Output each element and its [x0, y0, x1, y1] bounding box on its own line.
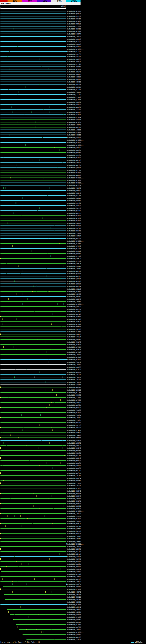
hit-row[interactable]: UniRef100_A8W4E5 — [0, 73, 146, 76]
hit-row[interactable]: UniRef100_Q271E0 — [0, 255, 146, 258]
hit-row[interactable]: UniRef100_C5DH12 — [0, 402, 146, 404]
hit-row[interactable]: UniRef100_B5DGW6 — [0, 200, 146, 202]
hit-row[interactable]: UniRef100_B4QN34 — [0, 234, 146, 237]
hit-row[interactable]: UniRef100_C3CLR3 — [0, 341, 146, 343]
hit-row[interactable]: UniRef100_B0Y3E2 — [0, 470, 146, 472]
hit-row[interactable]: UniRef100_B4KC66 — [0, 134, 146, 136]
hit-row[interactable]: UniRef100_UP1000... — [0, 156, 146, 159]
hit-row[interactable]: UniRef100_B6TGT0 — [0, 30, 146, 33]
hit-row[interactable]: UniRef100_A4I8H1 — [0, 638, 146, 641]
hit-row[interactable]: UniRef100_UP1000... — [0, 139, 146, 142]
hit-row[interactable]: UniRef100_A6YM75 — [0, 320, 146, 323]
hit-row[interactable]: UniRef100_A0D4W4 — [0, 553, 146, 555]
hit-row[interactable]: UniRef100_Q5M6L3 — [0, 333, 146, 336]
hit-row[interactable]: UniRef100_Q8FPN7 — [0, 371, 146, 374]
hit-row[interactable]: UniRef100_Q29F48 — [0, 131, 146, 134]
hit-row[interactable]: UniRef100_B4F1S6 — [0, 56, 146, 58]
hit-row[interactable]: UniRef100_B6QB30 — [0, 462, 146, 464]
hit-row[interactable]: UniRef100_C1BKP9 — [0, 187, 146, 190]
hit-row[interactable]: UniRef100_A8P3B7 — [0, 472, 146, 474]
hit-row[interactable]: UniRef100_Q9V3G1 — [0, 237, 146, 240]
hit-row[interactable]: UniRef100_C1EE87 — [0, 76, 146, 78]
hit-row[interactable]: UniRef100_Q4U1P3 — [0, 578, 146, 580]
hit-row[interactable]: UniRef100_Q6Y2Q4 — [0, 184, 146, 187]
hit-row[interactable]: UniRef100_Q6PBF6 — [0, 111, 146, 114]
hit-row[interactable]: UniRef100_Q16HC7 — [0, 146, 146, 149]
hit-row[interactable]: UniRef100_UP1000... — [0, 303, 146, 306]
hit-row[interactable]: UniRef100_A7QDZ9 — [0, 36, 146, 38]
hit-row[interactable]: UniRef100_A8Q3Q4 — [0, 404, 146, 406]
hit-row[interactable]: UniRef100_B2B5Y1 — [0, 525, 146, 528]
hit-row[interactable]: UniRef100_A4FD16 — [0, 128, 146, 131]
hit-row[interactable]: UniRef100_A9ZVN6 — [0, 242, 146, 245]
hit-row[interactable]: UniRef100_B8SK07 — [0, 20, 146, 22]
hit-row[interactable]: UniRef100_B4F9R4 — [0, 33, 146, 35]
hit-row[interactable]: UniRef100_B3L659 — [0, 570, 146, 573]
hit-row[interactable]: UniRef100_Q6AT16 — [0, 210, 146, 212]
hit-row[interactable]: UniRef100_Q4QIC3 — [0, 636, 146, 638]
hit-row[interactable]: UniRef100_P05736 — [0, 394, 146, 396]
hit-row[interactable]: UniRef100_B5X354 — [0, 194, 146, 197]
hit-row[interactable]: UniRef100_Q6ED36 — [0, 467, 146, 470]
hit-row[interactable]: UniRef100_B6QS47 — [0, 495, 146, 497]
hit-row[interactable]: UniRef100_UP1000... — [0, 518, 146, 520]
hit-row[interactable]: UniRef100_B5KFK9 — [0, 222, 146, 224]
hit-row[interactable]: UniRef100_UP1000... — [0, 144, 146, 146]
hit-row[interactable]: UniRef100_Q6CQM4 — [0, 449, 146, 452]
hit-row[interactable]: UniRef100_B9WMB1 — [0, 326, 146, 328]
hit-row[interactable]: UniRef100_B9SGP5 — [0, 560, 146, 563]
hit-row[interactable]: UniRef100_A6USP2 — [0, 442, 146, 444]
hit-row[interactable]: UniRef100_Q4Q1L3 — [0, 159, 146, 162]
hit-row[interactable]: UniRef100_A9PCT0 — [0, 66, 146, 68]
hit-row[interactable]: UniRef100_A4HHX1 — [0, 606, 146, 608]
hit-row[interactable]: UniRef100_C0PQV0 — [0, 104, 146, 106]
hit-row[interactable]: UniRef100_B6Q247 — [0, 386, 146, 388]
hit-row[interactable]: UniRef100_B2WNT2 — [0, 505, 146, 508]
hit-row[interactable]: UniRef100_A4R955 — [0, 497, 146, 500]
hit-row[interactable]: UniRef100_A6YM74 — [0, 348, 146, 351]
hit-row[interactable]: UniRef100_B2ZXL2 — [0, 250, 146, 252]
hit-row[interactable]: UniRef100_B0VZP3 — [0, 280, 146, 282]
hit-row[interactable]: UniRef100_Q4GYL4 — [0, 285, 146, 288]
hit-row[interactable]: UniRef100_C4JUG5 — [0, 487, 146, 490]
hit-row[interactable]: UniRef100_C3KHN2 — [0, 538, 146, 540]
hit-row[interactable]: UniRef100_Q75WF7 — [0, 429, 146, 432]
hit-row[interactable]: UniRef100_A6YM77 — [0, 346, 146, 348]
hit-row[interactable]: UniRef100_Q42064 — [0, 98, 146, 101]
hit-row[interactable]: UniRef100_P13023 — [0, 368, 146, 371]
hit-row[interactable]: UniRef100_C5FNI8 — [0, 535, 146, 538]
hit-row[interactable]: UniRef100_Q6EM75 — [0, 86, 146, 88]
hit-row[interactable]: UniRef100_UP1000... — [0, 142, 146, 144]
hit-row[interactable]: UniRef100_C8CLP5 — [0, 464, 146, 467]
hit-row[interactable]: UniRef100_Q4GYL1 — [0, 278, 146, 280]
hit-row[interactable]: UniRef100_Q38CM9 — [0, 634, 146, 636]
hit-row[interactable]: UniRef100_A81079 — [0, 356, 146, 358]
hit-row[interactable]: UniRef100_B2D1F5 — [0, 548, 146, 550]
hit-row[interactable]: UniRef100_P42787 — [0, 154, 146, 156]
hit-row[interactable]: UniRef100_Q6BS99 — [0, 460, 146, 462]
hit-row[interactable]: UniRef100_Q2XTD6 — [0, 15, 146, 18]
hit-row[interactable]: UniRef100_C3CLR2 — [0, 381, 146, 384]
hit-row[interactable]: UniRef100_Q2QNF3 — [0, 38, 146, 40]
hit-row[interactable]: UniRef100_UP1000... — [0, 214, 146, 217]
hit-row[interactable]: UniRef100_C0PQ62 — [0, 78, 146, 81]
hit-row[interactable]: UniRef100_B5FYQ0 — [0, 224, 146, 227]
hit-row[interactable]: UniRef100_Q56FW5 — [0, 252, 146, 255]
hit-row[interactable]: UniRef100_A5W413 — [0, 43, 146, 46]
hit-row[interactable]: UniRef100_A6YM67 — [0, 310, 146, 313]
hit-row[interactable]: UniRef100_A4EZR0 — [0, 378, 146, 381]
hit-row[interactable]: UniRef100_C8CIR5 — [0, 598, 146, 601]
hit-row[interactable]: UniRef100_Q6BS28 — [0, 282, 146, 285]
hit-row[interactable]: UniRef100_C0H8H2 — [0, 190, 146, 192]
hit-row[interactable]: UniRef100_C5XXE8 — [0, 28, 146, 30]
hit-row[interactable]: UniRef100_Q4N6A9 — [0, 591, 146, 593]
hit-row[interactable]: UniRef100_Q57UG6 — [0, 616, 146, 618]
hit-row[interactable]: UniRef100_UP1000... — [0, 240, 146, 242]
hit-row[interactable]: UniRef100_P25998 — [0, 25, 146, 28]
hit-row[interactable]: UniRef100_C1MUE7 — [0, 91, 146, 94]
hit-row[interactable]: UniRef100_A7NQ10 — [0, 545, 146, 548]
hit-row[interactable]: UniRef100_P46286 — [0, 58, 146, 60]
hit-row[interactable]: UniRef100_Q9XYW1 — [0, 272, 146, 275]
hit-row[interactable]: UniRef100_C9ZPW1 — [0, 624, 146, 626]
hit-row[interactable]: UniRef100_A9ZT82 — [0, 202, 146, 204]
